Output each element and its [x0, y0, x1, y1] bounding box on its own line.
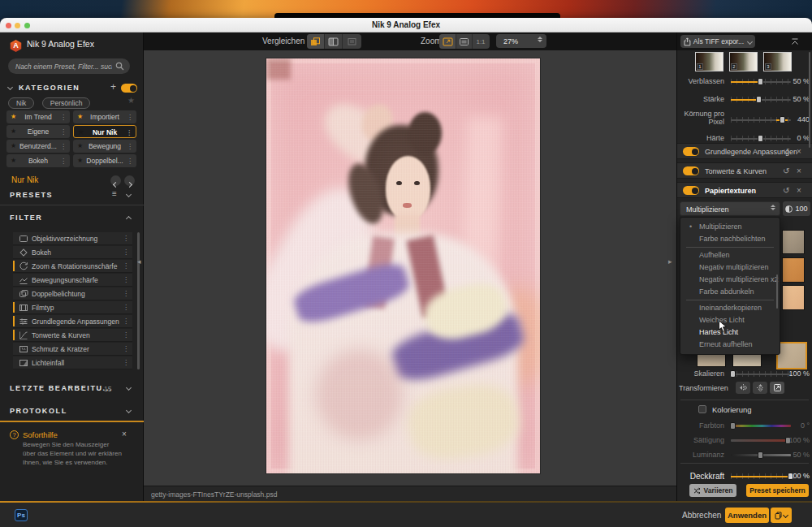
cancel-button[interactable]: Abbrechen — [682, 511, 721, 520]
category-doppelbelichtung[interactable]: ★Doppelbel...⋮ — [73, 154, 136, 167]
section-toggle[interactable] — [683, 147, 699, 156]
section-grundlegende-anpassungen[interactable]: Grundlegende Anpassungen ↺ × — [677, 143, 812, 159]
reset-icon[interactable]: ↺ — [783, 166, 789, 175]
more-options-icon[interactable]: ⋮ — [60, 126, 67, 139]
apply-button[interactable]: Anwenden — [725, 508, 769, 523]
minimize-window-button[interactable] — [15, 23, 20, 28]
close-window-button[interactable] — [6, 23, 11, 28]
zoom-fit-button[interactable] — [439, 34, 456, 49]
filter-header-row[interactable]: FILTER — [0, 213, 144, 224]
chip-persoenlich[interactable]: Persönlich — [42, 97, 91, 109]
categories-toggle[interactable] — [121, 84, 137, 93]
slider-thumb[interactable] — [758, 135, 763, 142]
list-view-icon[interactable]: ≡ — [112, 189, 117, 198]
vary-button[interactable]: Variieren — [689, 484, 736, 497]
filter-list-scrollbar[interactable] — [137, 232, 140, 369]
collapse-left-panel-handle[interactable]: ◂ — [137, 257, 141, 266]
menu-item-hartes-licht[interactable]: Hartes Licht — [680, 326, 780, 339]
more-options-icon[interactable]: ⋮ — [126, 127, 132, 140]
more-options-icon[interactable]: ⋮ — [60, 111, 67, 124]
paper-texture-thumb[interactable] — [782, 257, 805, 283]
category-importiert[interactable]: ★Importiert⋮ — [73, 110, 136, 123]
more-options-icon[interactable]: ⋮ — [123, 301, 129, 314]
menu-item-weiches-licht[interactable]: Weiches Licht — [680, 314, 780, 326]
texture-swatch-2[interactable]: 2 — [729, 52, 758, 71]
prev-category-button[interactable] — [110, 175, 121, 186]
more-options-icon[interactable]: ⋮ — [60, 155, 67, 168]
filter-bokeh[interactable]: Bokeh⋮ — [13, 246, 132, 259]
compare-history-button[interactable] — [343, 34, 361, 49]
more-options-icon[interactable]: ⋮ — [123, 274, 129, 287]
paper-texture-thumb-selected[interactable] — [776, 342, 807, 369]
filter-grundlegende-anpassungen[interactable]: Grundlegende Anpassungen⋮ — [13, 315, 132, 328]
filter-lichteinfall[interactable]: Lichteinfall⋮ — [13, 356, 132, 369]
filter-bewegungsunschaerfe[interactable]: Bewegungsunschärfe⋮ — [13, 274, 132, 287]
chevron-down-icon[interactable] — [126, 192, 132, 197]
maximize-window-button[interactable] — [24, 23, 30, 28]
recent-edits-row[interactable]: LETZTE BEARBEITU... 15 — [0, 383, 144, 395]
section-toggle[interactable] — [683, 166, 699, 175]
menu-item-ineinanderkopieren[interactable]: Ineinanderkopieren — [680, 302, 780, 314]
export-button[interactable]: Als TIFF expor... — [680, 35, 755, 48]
menu-item-farbe-abdunkeln[interactable]: Farbe abdunkeln — [680, 286, 780, 298]
zoom-one-to-one-button[interactable]: 1:1 — [473, 34, 489, 49]
more-options-icon[interactable]: ⋮ — [60, 140, 67, 153]
chevron-down-icon[interactable] — [7, 84, 13, 90]
section-papiertexturen[interactable]: Papiertexturen ↺ × — [677, 182, 812, 198]
more-options-icon[interactable]: ⋮ — [123, 356, 129, 369]
close-icon[interactable]: × — [797, 186, 801, 195]
texture-swatch-3[interactable]: 3 — [763, 52, 792, 71]
presets-header-row[interactable]: PRESETS ≡ — [0, 190, 144, 201]
texture-opacity-control[interactable]: 100 — [783, 201, 810, 216]
section-toggle[interactable] — [683, 186, 699, 195]
more-options-icon[interactable]: ⋮ — [127, 155, 133, 168]
collapse-panel-icon[interactable] — [790, 37, 800, 46]
menu-item-negativ-multiplizieren-x2[interactable]: Negativ multiplizieren x2 — [680, 274, 780, 286]
rotate-texture-button[interactable] — [770, 382, 784, 394]
filter-tonwerte-kurven[interactable]: Tonwerte & Kurven⋮ — [13, 329, 132, 342]
filter-zoom-rotation[interactable]: Zoom & Rotationsunschärfe⋮ — [13, 260, 132, 273]
flip-vertical-button[interactable] — [753, 382, 767, 394]
more-options-icon[interactable]: ⋮ — [123, 329, 129, 342]
photo-preview[interactable] — [266, 58, 540, 473]
category-nur-nik[interactable]: ★Nur Nik⋮ — [73, 125, 136, 138]
zoom-percent-select[interactable]: 27% — [496, 34, 546, 48]
paper-texture-thumb[interactable] — [782, 285, 805, 310]
paper-texture-thumb[interactable] — [782, 230, 805, 254]
more-options-icon[interactable]: ⋮ — [123, 246, 129, 259]
menu-item-aufhellen[interactable]: Aufhellen — [680, 249, 780, 261]
panel-scrollbar[interactable] — [809, 52, 810, 148]
reset-icon[interactable]: ↺ — [783, 147, 789, 156]
category-bokeh[interactable]: ★Bokeh⋮ — [6, 154, 70, 167]
category-benutzerdefiniert[interactable]: ★Benutzerd...⋮ — [6, 140, 70, 153]
chevron-up-icon[interactable] — [126, 216, 132, 222]
favorites-star-icon[interactable]: ★ — [127, 96, 135, 105]
filter-doppelbelichtung[interactable]: Doppelbelichtung⋮ — [13, 287, 132, 300]
slider-thumb[interactable] — [756, 96, 762, 103]
texture-swatch-1[interactable]: 1 — [695, 52, 723, 71]
save-preset-button[interactable]: Preset speichern — [746, 484, 809, 497]
more-options-icon[interactable]: ⋮ — [123, 232, 129, 245]
slider-thumb[interactable] — [758, 78, 763, 85]
more-options-icon[interactable]: ⋮ — [127, 140, 133, 153]
category-bewegung[interactable]: ★Bewegung⋮ — [73, 140, 136, 153]
add-category-icon[interactable]: + — [110, 81, 116, 93]
chip-nik[interactable]: Nik — [8, 97, 34, 109]
category-im-trend[interactable]: ★Im Trend⋮ — [6, 110, 70, 123]
filter-objektivverzeichnung[interactable]: Objektivverzeichnung⋮ — [13, 232, 132, 245]
compare-overlay-button[interactable] — [307, 34, 325, 49]
category-eigene[interactable]: ★Eigene⋮ — [6, 125, 70, 138]
flip-horizontal-button[interactable] — [736, 382, 750, 394]
menu-item-erneut-aufhellen[interactable]: Erneut aufhellen — [680, 339, 780, 351]
more-options-icon[interactable]: ⋮ — [127, 111, 133, 124]
more-options-icon[interactable]: ⋮ — [123, 260, 129, 273]
colorize-checkbox[interactable] — [698, 405, 706, 413]
close-icon[interactable]: × — [122, 430, 127, 438]
menu-item-negativ-multiplizieren[interactable]: Negativ multiplizieren — [680, 261, 780, 274]
close-icon[interactable]: × — [797, 147, 801, 156]
menu-item-multiplizieren[interactable]: •Multiplizieren — [680, 221, 780, 233]
filter-schmutz-kratzer[interactable]: Schmutz & Kratzer⋮ — [13, 343, 132, 356]
slider-thumb[interactable] — [730, 422, 736, 430]
compare-split-button[interactable] — [325, 34, 343, 49]
next-category-button[interactable] — [124, 175, 135, 186]
